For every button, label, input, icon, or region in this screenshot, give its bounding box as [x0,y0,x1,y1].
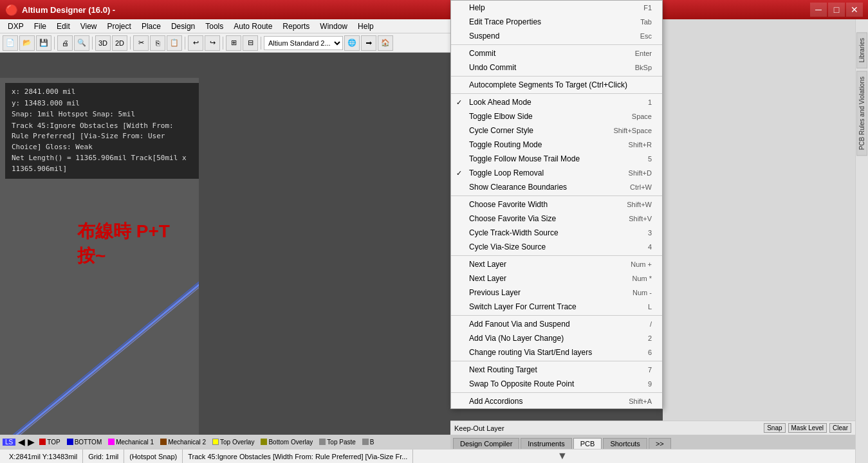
menu-separator [451,76,662,77]
menu-item-choose-fav-via[interactable]: Choose Favorite Via SizeShift+V [451,212,662,226]
menu-edit[interactable]: Edit [51,19,75,33]
scroll-down-arrow[interactable]: ▼ [553,449,571,463]
tab-shortcuts[interactable]: Shortcuts [603,438,647,449]
menu-help[interactable]: Help [353,19,379,33]
menu-dxp[interactable]: DXP [3,19,29,33]
layer-b-dot [362,439,369,445]
toolbar-home[interactable]: 🏠 [378,35,393,51]
tab-pcb[interactable]: PCB [573,438,602,449]
menu-item-label: Previous Layer [469,288,521,297]
menu-item-next-layer-star[interactable]: Next LayerNum * [451,271,662,286]
toolbar-nav-back[interactable]: 🌐 [344,35,360,51]
keepout-bar: Keep-Out Layer Snap Mask Level Clear [450,421,855,435]
menu-design[interactable]: Design [166,19,200,33]
toolbar-zoom-in[interactable]: 🔍 [74,35,89,51]
menu-item-label: Cycle Via-Size Source [469,242,546,251]
layer-b[interactable]: B [360,438,376,446]
menu-item-suspend[interactable]: SuspendEsc [451,29,662,43]
layer-top-dot [39,439,46,445]
toolbar-2d[interactable]: 2D [112,35,127,51]
menu-item-shortcut: 1 [635,98,652,106]
menu-item-fanout-via[interactable]: Add Fanout Via and Suspend/ [451,317,662,331]
menu-project[interactable]: Project [102,19,136,33]
tab-more[interactable]: >> [649,438,671,449]
toolbar-3d[interactable]: 3D [95,35,111,51]
toolbar-open[interactable]: 📂 [19,35,35,51]
tab-design-compiler[interactable]: Design Compiler [453,438,519,449]
menu-item-choose-fav-width[interactable]: Choose Favorite WidthShift+W [451,197,662,212]
layer-prev-btn[interactable]: ◀ [18,437,25,447]
layer-topoverlay[interactable]: Top Overlay [210,438,256,446]
toolbar-sep3 [130,37,131,50]
menu-item-commit[interactable]: CommitEnter [451,46,662,60]
menu-view[interactable]: View [75,19,102,33]
menu-item-shortcut: 4 [635,243,652,251]
menu-item-undo-commit[interactable]: Undo CommitBkSp [451,60,662,75]
menu-reports[interactable]: Reports [277,19,315,33]
menu-item-toggle-loop[interactable]: ✓Toggle Loop RemovalShift+D [451,166,662,180]
menu-item-shortcut: Shift+A [616,397,652,405]
title-bar: 🔴 Altium Designer (16.0) - ─ □ ✕ [0,0,868,19]
menu-window[interactable]: Window [315,19,353,33]
layer-mech2[interactable]: Mechanical 2 [158,438,208,446]
toolbar-cut[interactable]: ✂ [133,35,149,51]
menu-item-cycle-via-size[interactable]: Cycle Via-Size Source4 [451,240,662,254]
menu-autoroute[interactable]: Auto Route [228,19,277,33]
close-button[interactable]: ✕ [846,3,863,17]
layer-top[interactable]: TOP [37,438,62,446]
menu-item-edit-trace[interactable]: Edit Trace PropertiesTab [451,15,662,29]
menu-item-switch-layer[interactable]: Switch Layer For Current TraceL [451,300,662,314]
clear-button[interactable]: Clear [829,423,851,433]
toolbar-redo[interactable]: ↪ [205,35,220,51]
minimize-button[interactable]: ─ [810,3,827,17]
layer-toppaste[interactable]: Top Paste [317,438,357,446]
menu-item-show-clearance[interactable]: Show Clearance BoundariesCtrl+W [451,180,662,194]
menu-item-add-via[interactable]: Add Via (No Layer Change)2 [451,331,662,345]
menu-separator [451,392,662,393]
menu-item-toggle-follow[interactable]: Toggle Follow Mouse Trail Mode5 [451,152,662,166]
menu-item-add-accordions[interactable]: Add AccordionsShift+A [451,394,662,408]
menu-file[interactable]: File [29,19,51,33]
toolbar-copy[interactable]: ⎘ [150,35,165,51]
layer-ls[interactable]: LS [3,439,15,446]
layer-botoverlay[interactable]: Bottom Overlay [259,438,315,446]
toolbar-new[interactable]: 📄 [3,35,18,51]
menu-item-toggle-routing[interactable]: Toggle Routing ModeShift+R [451,138,662,152]
menu-item-shortcut: BkSp [622,64,652,71]
toolbar-deselect[interactable]: ⊟ [243,35,258,51]
menu-item-swap-route-point[interactable]: Swap To Opposite Route Point9 [451,377,662,391]
menu-item-toggle-elbow[interactable]: Toggle Elbow SideSpace [451,109,662,123]
tab-instruments[interactable]: Instruments [521,438,571,449]
toolbar-nav-fwd[interactable]: ⮕ [361,35,376,51]
keepout-buttons: Snap Mask Level Clear [764,423,851,433]
snap-button[interactable]: Snap [764,423,785,433]
toolbar-save[interactable]: 💾 [36,35,51,51]
menu-item-cycle-track-width[interactable]: Cycle Track-Width Source3 [451,226,662,240]
menu-item-help[interactable]: HelpF1 [451,1,662,15]
menu-item-shortcut: Shift+V [616,215,652,222]
layer-next-btn[interactable]: ▶ [28,437,35,447]
side-tab-libraries[interactable]: Libraries [856,32,867,68]
menu-tools[interactable]: Tools [200,19,228,33]
layer-bottom[interactable]: BOTTOM [65,438,104,446]
menu-item-next-layer-num[interactable]: Next LayerNum + [451,257,662,271]
restore-button[interactable]: □ [828,3,845,17]
menu-item-label: Choose Favorite Width [469,200,548,209]
menu-item-shortcut: Shift+R [616,141,652,149]
pcb-canvas[interactable]: x: 2841.000 mil y: 13483.000 mil Snap: 1… [0,78,199,435]
toolbar-paste[interactable]: 📋 [167,35,182,51]
standard-select[interactable]: Altium Standard 2... [264,36,343,50]
menu-place[interactable]: Place [136,19,166,33]
menu-item-change-via-layers[interactable]: Change routing Via Start/End layers6 [451,345,662,359]
menu-item-next-routing-target[interactable]: Next Routing Target7 [451,363,662,377]
toolbar-print[interactable]: 🖨 [57,35,73,51]
toolbar-select[interactable]: ⊞ [226,35,241,51]
menu-item-prev-layer[interactable]: Previous LayerNum - [451,286,662,300]
toolbar-undo[interactable]: ↩ [188,35,203,51]
mask-level-button[interactable]: Mask Level [788,423,827,433]
menu-item-autocomplete[interactable]: Autocomplete Segments To Target (Ctrl+Cl… [451,78,662,92]
side-tab-pcb-rules[interactable]: PCB Rules and Violations [856,71,867,156]
menu-item-look-ahead[interactable]: ✓Look Ahead Mode1 [451,95,662,109]
menu-item-cycle-corner[interactable]: Cycle Corner StyleShift+Space [451,123,662,138]
layer-mech1[interactable]: Mechanical 1 [106,438,156,446]
